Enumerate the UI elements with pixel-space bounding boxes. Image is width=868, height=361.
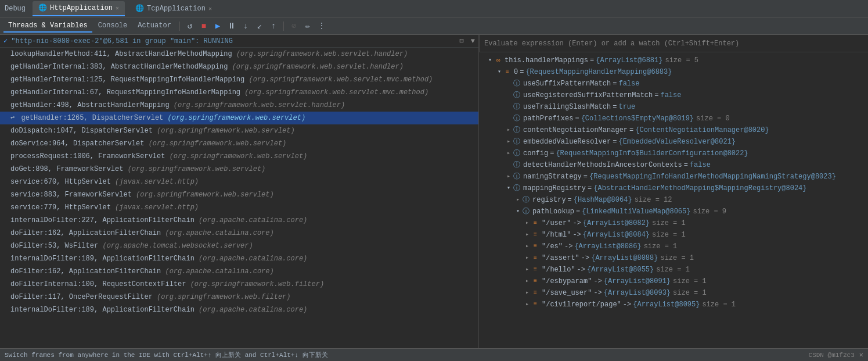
thread-dropdown-icon[interactable]: ▼	[471, 37, 475, 45]
var-row-pathPrefixes[interactable]: ⓘ pathPrefixes = {Collections$EmptyMap@8…	[479, 113, 868, 124]
var-row-save-user[interactable]: ▸ ≡ "/save_user" -> {ArrayList@8093} siz…	[479, 287, 868, 299]
toolbar-btn-step-out[interactable]: ↑	[267, 20, 280, 33]
expand-handlerMappings[interactable]: ▾	[486, 56, 494, 65]
tab-tcp[interactable]: 🌐 TcpApplication ✕	[129, 1, 218, 16]
var-row-esbyparam[interactable]: ▸ ≡ "/esbyparam" -> {ArrayList@8091} siz…	[479, 276, 868, 287]
var-row-html[interactable]: ▸ ≡ "/html" -> {ArrayList@8084} size = 1	[479, 229, 868, 241]
frame-item[interactable]: doDispatch:1047, DispatcherServlet (org.…	[0, 124, 478, 137]
var-row-useSuffix[interactable]: ⓘ useSuffixPatternMatch = false	[479, 78, 868, 90]
var-row-0[interactable]: ▾ ≡ 0 = {RequestMappingHandlerMapping@68…	[479, 66, 868, 78]
var-row-pathLookup[interactable]: ▾ ⓘ pathLookup = {LinkedMultiValueMap@80…	[479, 206, 868, 217]
expand-config[interactable]: ▸	[505, 149, 513, 158]
frame-item[interactable]: lookupHandlerMethod:411, AbstractHandler…	[0, 48, 478, 60]
frame-pkg-text: (org.apache.tomcat.websocket.server)	[102, 242, 253, 250]
icon-field: ⓘ	[513, 80, 521, 88]
tab-http[interactable]: 🌐 HttpApplication ✕	[33, 1, 125, 16]
frame-method-text: internalDoFilter:189, ApplicationFilterC…	[10, 306, 199, 314]
frame-item[interactable]: service:779, HttpServlet (javax.servlet.…	[0, 201, 478, 214]
frame-item[interactable]: getHandlerInternal:383, AbstractHandlerM…	[0, 60, 478, 73]
icon-arr: ≡	[531, 301, 539, 309]
var-row-user[interactable]: ▸ ≡ "/user" -> {ArrayList@8082} size = 1	[479, 217, 868, 229]
frame-item[interactable]: getHandlerInternal:67, RequestMappingInf…	[0, 86, 478, 99]
expression-bar[interactable]: Evaluate expression (Enter) or add a wat…	[479, 35, 868, 52]
frame-item-selected[interactable]: ↩ getHandler:1265, DispatcherServlet (or…	[0, 112, 478, 124]
toolbar-tab-threads[interactable]: Threads & Variables	[3, 20, 92, 33]
expand-namingStrategy[interactable]: ▸	[505, 173, 513, 181]
expand-civilreport[interactable]: ▸	[523, 301, 531, 309]
var-row-hello[interactable]: ▸ ≡ "/hello" -> {ArrayList@8055} size = …	[479, 264, 868, 276]
var-row-assert[interactable]: ▸ ≡ "/assert" -> {ArrayList@8088} size =…	[479, 252, 868, 264]
expand-embeddedValue[interactable]: ▸	[505, 138, 513, 146]
toolbar-btn-resume[interactable]: ▶	[211, 20, 224, 33]
frame-item[interactable]: getHandlerInternal:125, RequestMappingIn…	[0, 73, 478, 86]
toolbar-btn-more[interactable]: ⋮	[315, 20, 328, 33]
toolbar-tab-actuator[interactable]: Actuator	[133, 20, 176, 33]
icon-field: ⓘ	[513, 173, 521, 181]
expand-0[interactable]: ▾	[495, 68, 503, 76]
tab-tcp-close[interactable]: ✕	[208, 5, 212, 12]
status-close-btn[interactable]: ✕	[859, 351, 863, 359]
frame-item[interactable]: doFilterInternal:100, RequestContextFilt…	[0, 278, 478, 291]
frame-item[interactable]: internalDoFilter:189, ApplicationFilterC…	[0, 303, 478, 316]
expand-mappingRegistry[interactable]: ▾	[505, 184, 513, 192]
expand-assert[interactable]: ▸	[523, 254, 531, 262]
frame-item[interactable]: service:670, HttpServlet (javax.servlet.…	[0, 176, 478, 188]
frame-method-text: internalDoFilter:189, ApplicationFilterC…	[10, 255, 199, 263]
expand-html[interactable]: ▸	[523, 231, 531, 239]
frame-pkg-text: (org.springframework.web.servlet)	[157, 127, 295, 135]
expand-hello[interactable]: ▸	[523, 266, 531, 274]
expand-pathLookup[interactable]: ▾	[514, 208, 522, 216]
frame-item[interactable]: doFilter:53, WsFilter (org.apache.tomcat…	[0, 240, 478, 252]
toolbar-btn-step-into[interactable]: ↙	[253, 20, 266, 33]
frame-item[interactable]: doService:964, DispatcherServlet (org.sp…	[0, 137, 478, 150]
frame-pkg-text: (org.springframework.web.servlet.handler…	[232, 63, 404, 71]
frame-item[interactable]: processRequest:1006, FrameworkServlet (o…	[0, 150, 478, 163]
expand-save-user[interactable]: ▸	[523, 289, 531, 297]
var-row-contentNeg[interactable]: ▸ ⓘ contentNegotiationManager = {Content…	[479, 124, 868, 136]
right-section: Evaluate expression (Enter) or add a wat…	[479, 35, 868, 361]
expand-esbyparam[interactable]: ▸	[523, 277, 531, 285]
frame-item[interactable]: doFilter:162, ApplicationFilterChain (or…	[0, 227, 478, 240]
frame-item[interactable]: getHandler:498, AbstractHandlerMapping (…	[0, 99, 478, 112]
var-row-useRegistered[interactable]: ⓘ useRegisteredSuffixPatternMatch = fals…	[479, 90, 868, 101]
toolbar-btn-step-over[interactable]: ↓	[239, 20, 252, 33]
var-row-mappingRegistry[interactable]: ▾ ⓘ mappingRegistry = {AbstractHandlerMe…	[479, 183, 868, 194]
expand-user[interactable]: ▸	[523, 219, 531, 227]
expand-contentNeg[interactable]: ▸	[505, 126, 513, 134]
toolbar-btn-refresh[interactable]: ↺	[183, 20, 196, 33]
frame-item[interactable]: internalDoFilter:189, ApplicationFilterC…	[0, 252, 478, 265]
icon-arr: ≡	[531, 254, 539, 262]
toolbar-btn-edit[interactable]: ✏	[301, 20, 314, 33]
frame-method-text: doDispatch:1047, DispatcherServlet	[10, 127, 157, 135]
toolbar-btn-mute[interactable]: ⊘	[287, 20, 300, 33]
var-row-namingStrategy[interactable]: ▸ ⓘ namingStrategy = {RequestMappingInfo…	[479, 171, 868, 183]
var-row-useTrailing[interactable]: ⓘ useTrailingSlashMatch = true	[479, 101, 868, 113]
frame-method-text: processRequest:1006, FrameworkServlet	[10, 152, 170, 160]
frame-item[interactable]: doFilter:162, ApplicationFilterChain (or…	[0, 265, 478, 278]
frame-item[interactable]: internalDoFilter:227, ApplicationFilterC…	[0, 214, 478, 227]
var-row-config[interactable]: ▸ ⓘ config = {RequestMappingInfo$Builder…	[479, 148, 868, 159]
toolbar-btn-stop[interactable]: ■	[197, 20, 210, 33]
frame-method-text: internalDoFilter:227, ApplicationFilterC…	[10, 216, 199, 224]
frame-method-text: doFilterInternal:100, RequestContextFilt…	[10, 280, 190, 288]
status-bar: Switch frames from anywhere in the IDE w…	[0, 348, 868, 361]
icon-field: ⓘ	[513, 138, 521, 146]
var-row-civilreport[interactable]: ▸ ≡ "/civilreport/page" -> {ArrayList@80…	[479, 299, 868, 310]
frame-method-text: getHandler:1265, DispatcherServlet	[21, 114, 167, 122]
var-row-handlerMappings[interactable]: ▾ ∞ this.handlerMappings = {ArrayList@68…	[479, 55, 868, 66]
frame-item[interactable]: doGet:898, FrameworkServlet (org.springf…	[0, 163, 478, 176]
var-row-es[interactable]: ▸ ≡ "/es" -> {ArrayList@8086} size = 1	[479, 241, 868, 252]
frame-item[interactable]: doFilter:117, OncePerRequestFilter (org.…	[0, 291, 478, 303]
var-row-detectHandler[interactable]: ⓘ detectHandlerMethodsInAncestorContexts…	[479, 159, 868, 171]
var-row-embeddedValue[interactable]: ▸ ⓘ embeddedValueResolver = {EmbeddedVal…	[479, 136, 868, 148]
thread-filter-icon[interactable]: ⊟	[460, 37, 464, 45]
expand-useSuffix	[505, 80, 513, 88]
frame-item[interactable]: service:883, FrameworkServlet (org.sprin…	[0, 188, 478, 201]
icon-field: ⓘ	[513, 126, 521, 134]
toolbar-btn-pause[interactable]: ⏸	[225, 20, 238, 33]
expand-es[interactable]: ▸	[523, 242, 531, 251]
var-row-registry[interactable]: ▸ ⓘ registry = {HashMap@8064} size = 12	[479, 194, 868, 206]
tab-http-close[interactable]: ✕	[116, 5, 119, 12]
toolbar-tab-console[interactable]: Console	[93, 20, 132, 33]
expand-registry[interactable]: ▸	[514, 196, 522, 204]
